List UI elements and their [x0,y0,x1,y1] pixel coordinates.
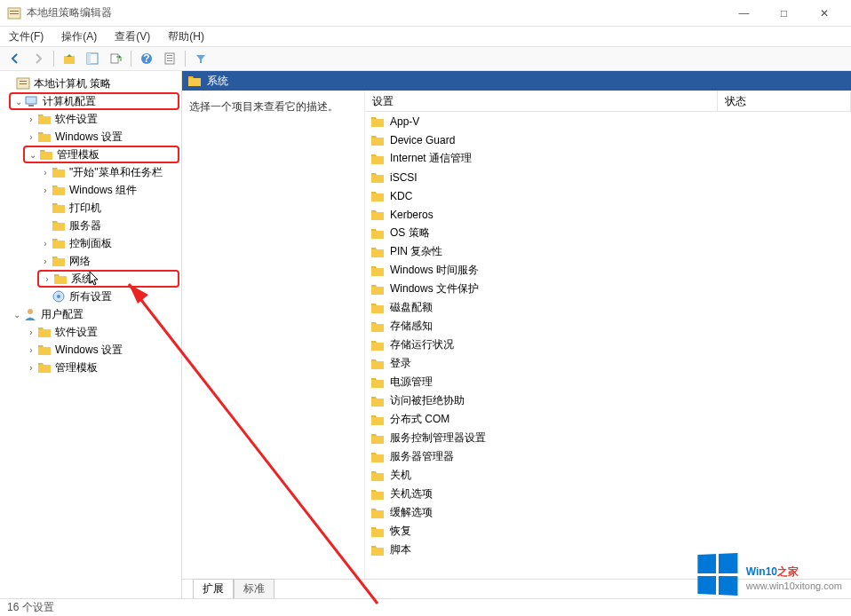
list-item[interactable]: 磁盘配额 [365,298,851,317]
folder-icon [37,360,52,375]
list-item[interactable]: 存储感知 [365,317,851,336]
tab-standard[interactable]: 标准 [234,579,274,598]
svg-rect-23 [52,205,65,213]
chevron-down-icon[interactable]: ⌄ [27,150,39,160]
tree-network[interactable]: › 网络 [37,252,179,270]
list-item[interactable]: 存储运行状况 [365,336,851,354]
svg-rect-58 [371,548,384,556]
folder-icon [370,413,385,427]
tab-extended[interactable]: 扩展 [193,579,234,598]
chevron-down-icon[interactable]: ⌄ [12,97,25,107]
list-item[interactable]: 关机选项 [365,485,851,503]
chevron-right-icon[interactable]: › [39,168,52,178]
tree-label: 软件设置 [55,112,98,127]
properties-button[interactable] [160,49,179,68]
list-item[interactable]: Windows 时间服务 [365,261,851,280]
list-item[interactable]: 登录 [365,354,851,373]
list-item[interactable]: 脚本 [365,541,851,559]
folder-icon [187,74,202,88]
folder-icon [370,487,385,501]
show-tree-button[interactable] [83,49,102,68]
column-headers: 设置 状态 [365,91,851,112]
chevron-right-icon[interactable]: › [39,239,52,249]
tree-system[interactable]: › 系统 [37,270,179,288]
tree-admin-templates-2[interactable]: › 管理模板 [23,359,179,376]
chevron-right-icon[interactable]: › [25,328,37,337]
menu-view[interactable]: 查看(V) [111,28,154,46]
chevron-right-icon[interactable]: › [25,132,37,142]
list-item[interactable]: KDC [365,186,851,205]
list-item[interactable]: Windows 文件保护 [365,280,851,298]
folder-icon [370,264,385,278]
chevron-right-icon[interactable]: › [39,257,52,266]
chevron-down-icon[interactable]: ⌄ [11,310,23,320]
tree-start-taskbar[interactable]: › "开始"菜单和任务栏 [37,163,179,181]
chevron-right-icon[interactable]: › [25,345,37,355]
tree-computer-config[interactable]: ⌄ 计算机配置 [9,92,179,110]
maximize-button[interactable]: □ [764,0,804,27]
tree-admin-templates[interactable]: ⌄ 管理模板 [23,146,179,163]
list-item[interactable]: PIN 复杂性 [365,242,851,261]
list-item-label: PIN 复杂性 [390,244,442,259]
list-item[interactable]: Internet 通信管理 [365,149,851,168]
tree-windows-settings-2[interactable]: › Windows 设置 [23,341,179,359]
list-item[interactable]: 关机 [365,466,851,485]
list-item[interactable]: iSCSI [365,168,851,186]
help-button[interactable]: ? [137,49,156,68]
tree-panel[interactable]: 本地计算机 策略 ⌄ 计算机配置 › 软件设置 › Windows 设置 ⌄ 管… [0,71,182,598]
folder-icon [370,226,385,241]
list-item[interactable]: 电源管理 [365,373,851,391]
tree-control-panel[interactable]: › 控制面板 [37,234,179,252]
tree-printers[interactable]: 打印机 [37,199,179,217]
chevron-blank [39,292,52,302]
chevron-blank [39,203,52,213]
svg-rect-27 [54,276,67,284]
tree-servers[interactable]: 服务器 [37,217,179,234]
list-item[interactable]: 服务器管理器 [365,447,851,466]
list-item[interactable]: 恢复 [365,522,851,541]
col-settings[interactable]: 设置 [365,91,718,111]
svg-text:?: ? [143,52,149,65]
list-item[interactable]: Device Guard [365,130,851,149]
tree-all-settings[interactable]: 所有设置 [37,288,179,305]
back-button[interactable] [5,49,25,68]
tree-windows-components[interactable]: › Windows 组件 [37,181,179,199]
chevron-right-icon[interactable]: › [25,363,37,373]
menu-action[interactable]: 操作(A) [58,28,100,46]
export-button[interactable] [106,49,125,68]
menu-file[interactable]: 文件(F) [5,28,47,46]
list-scroll[interactable]: App-VDevice GuardInternet 通信管理iSCSIKDCKe… [365,112,851,579]
tree-software-settings-2[interactable]: › 软件设置 [23,323,179,341]
filter-button[interactable] [191,49,211,68]
list-item-label: 存储运行状况 [390,337,454,352]
chevron-right-icon[interactable]: › [41,274,53,284]
tree-windows-settings[interactable]: › Windows 设置 [23,128,179,146]
svg-rect-11 [167,58,172,59]
chevron-right-icon[interactable]: › [25,115,37,124]
close-button[interactable]: ✕ [804,0,844,27]
menu-help[interactable]: 帮助(H) [164,28,208,46]
list-item[interactable]: 分布式 COM [365,410,851,429]
list-item[interactable]: 缓解选项 [365,503,851,522]
minimize-button[interactable]: — [724,0,764,27]
list-item[interactable]: 访问被拒绝协助 [365,391,851,410]
list-item[interactable]: Kerberos [365,205,851,224]
policy-icon [16,76,30,91]
folder-icon [370,394,385,408]
folder-icon [370,189,385,203]
svg-rect-53 [371,454,384,462]
col-status[interactable]: 状态 [718,91,851,111]
svg-rect-55 [371,492,384,500]
folder-icon [370,152,385,166]
list-item[interactable]: App-V [365,112,851,130]
chevron-right-icon[interactable]: › [39,186,52,195]
svg-rect-1 [10,11,19,12]
list-item[interactable]: OS 策略 [365,224,851,242]
tree-user-config[interactable]: ⌄ 用户配置 [9,305,179,323]
list-item[interactable]: 服务控制管理器设置 [365,429,851,447]
up-button[interactable] [60,49,79,68]
svg-rect-50 [371,399,384,407]
tree-root[interactable]: 本地计算机 策略 [2,75,179,92]
tree-software-settings[interactable]: › 软件设置 [23,110,179,128]
forward-button[interactable] [28,49,48,68]
